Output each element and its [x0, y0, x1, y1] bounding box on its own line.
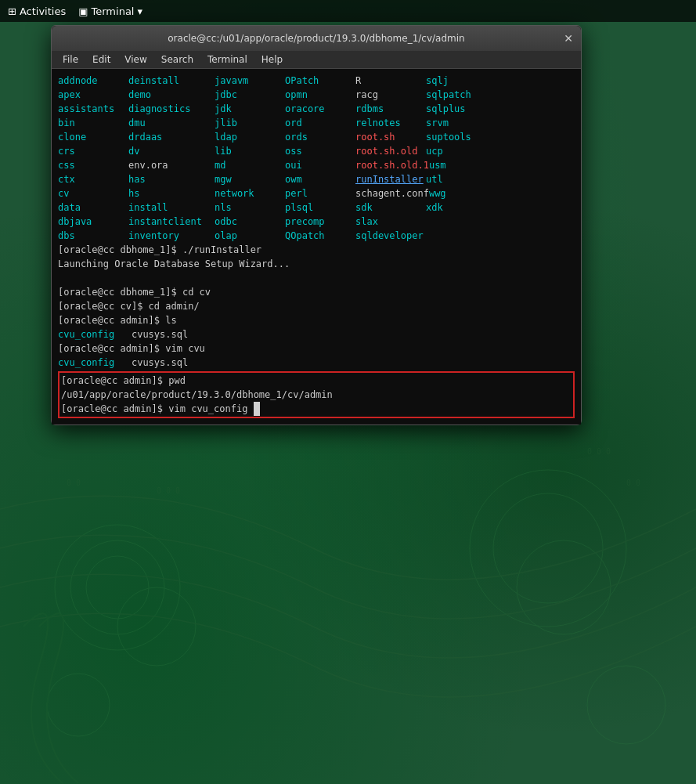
cmd-line-9: [oracle@cc admin]$ pwd: [61, 374, 572, 388]
dir-entry: clone: [58, 130, 128, 144]
dir-entry: install: [128, 201, 215, 215]
dir-entry: perl: [285, 186, 355, 201]
menu-terminal[interactable]: Terminal: [201, 52, 254, 67]
dir-row-11: dbjava instantclient odbc precomp slax: [58, 215, 575, 229]
dir-row-9: cv hs network perl schagent.conf wwg: [58, 186, 575, 201]
dir-row-7: css env.ora md oui root.sh.old.1 usm: [58, 158, 575, 172]
terminal-menu-label[interactable]: Terminal: [92, 5, 135, 17]
dir-entry: racg: [355, 88, 426, 102]
terminal-icon: ▣: [78, 5, 88, 17]
svg-point-8: [587, 666, 665, 744]
cmd-text: /u01/app/oracle/product/19.3.0/dbhome_1/…: [61, 388, 333, 402]
svg-text:0 0 0: 0 0 0: [587, 447, 611, 456]
dir-entry: jlib: [215, 116, 285, 130]
menu-help[interactable]: Help: [255, 52, 289, 67]
cmd-line-1: [oracle@cc dbhome_1]$ ./runInstaller: [58, 243, 575, 257]
cmd-text: [oracle@cc dbhome_1]$ cd cv: [58, 285, 211, 299]
dir-entry: sdk: [355, 201, 426, 215]
cmd-text: [oracle@cc admin]$ vim cvu_config: [61, 402, 254, 416]
svg-point-1: [70, 540, 164, 634]
activities-button[interactable]: ⊞ Activities: [8, 5, 66, 17]
topbar-left: ⊞ Activities ▣ Terminal ▾: [8, 5, 142, 17]
terminal-menu-button[interactable]: ▣ Terminal ▾: [78, 5, 142, 17]
svg-point-7: [47, 674, 110, 736]
menu-search[interactable]: Search: [155, 52, 200, 67]
dir-entry: dmu: [128, 116, 215, 130]
dir-entry: root.sh.old: [355, 144, 426, 158]
dir-entry: hs: [128, 186, 215, 201]
terminal-menubar: File Edit View Search Terminal Help: [52, 51, 581, 69]
menu-view[interactable]: View: [118, 52, 153, 67]
dir-row-5: clone drdaas ldap ords root.sh suptools: [58, 130, 575, 144]
terminal-body[interactable]: addnode deinstall javavm OPatch R sqlj a…: [52, 69, 581, 425]
dir-entry: R: [355, 74, 426, 88]
dir-entry: odbc: [215, 215, 285, 229]
dir-entry: ucp: [426, 144, 443, 158]
dir-row-6: crs dv lib oss root.sh.old ucp: [58, 144, 575, 158]
terminal-window: oracle@cc:/u01/app/oracle/product/19.3.0…: [51, 25, 582, 425]
dir-row-1: addnode deinstall javavm OPatch R sqlj: [58, 74, 575, 88]
cmd-text: [oracle@cc admin]$ vim cvu: [58, 341, 205, 356]
dir-entry: ords: [285, 130, 355, 144]
dir-entry: olap: [215, 229, 285, 243]
cmd-line-6: cvu_config cvusys.sql: [58, 327, 575, 341]
dir-entry: oui: [285, 158, 355, 172]
dir-entry: crs: [58, 144, 128, 158]
activities-icon: ⊞: [8, 5, 16, 17]
dir-entry: OPatch: [285, 74, 355, 88]
terminal-close-button[interactable]: ✕: [564, 32, 573, 45]
dir-entry: dbs: [58, 229, 128, 243]
dir-entry: assistants: [58, 102, 128, 116]
dir-entry: precomp: [285, 215, 355, 229]
dir-entry: utl: [426, 172, 443, 186]
dir-entry: env.ora: [128, 158, 215, 172]
dir-entry: data: [58, 201, 128, 215]
svg-point-6: [517, 540, 611, 634]
cmd-text: [oracle@cc cv]$ cd admin/: [58, 299, 200, 313]
dir-entry: QOpatch: [285, 229, 355, 243]
cmd-text: [oracle@cc dbhome_1]$ ./runInstaller: [58, 243, 261, 257]
dir-entry: cvu_config: [58, 356, 114, 370]
dir-row-12: dbs inventory olap QOpatch sqldeveloper: [58, 229, 575, 243]
dir-entry: jdk: [215, 102, 285, 116]
cursor: [254, 402, 260, 416]
svg-point-2: [86, 556, 149, 619]
dir-row-4: bin dmu jlib ord relnotes srvm: [58, 116, 575, 130]
dir-entry: sqldeveloper: [355, 229, 426, 243]
cmd-text: [114, 327, 132, 341]
dir-entry: owm: [285, 172, 355, 186]
dir-entry: drdaas: [128, 130, 215, 144]
dir-entry: css: [58, 158, 128, 172]
dir-entry: cv: [58, 186, 128, 201]
dir-entry: oss: [285, 144, 355, 158]
dir-entry: mgw: [215, 172, 285, 186]
dir-entry: apex: [58, 88, 128, 102]
dir-entry: dbjava: [58, 215, 128, 229]
cmd-line-4: [oracle@cc cv]$ cd admin/: [58, 299, 575, 313]
chevron-down-icon: ▾: [137, 5, 142, 17]
svg-text:0 0: 0 0: [67, 479, 81, 487]
dir-entry: network: [215, 186, 285, 201]
cmd-line-2: Launching Oracle Database Setup Wizard..…: [58, 257, 575, 271]
svg-text:0 0: 0 0: [626, 479, 640, 487]
cmd-line-7: [oracle@cc admin]$ vim cvu: [58, 341, 575, 356]
dir-entry: cvu_config: [58, 327, 114, 341]
activities-label[interactable]: Activities: [20, 5, 66, 17]
cmd-line-10: /u01/app/oracle/product/19.3.0/dbhome_1/…: [61, 388, 572, 402]
dir-entry: wwg: [429, 186, 446, 201]
dir-entry: deinstall: [128, 74, 215, 88]
dir-entry: runInstaller: [355, 172, 426, 186]
dir-entry: ldap: [215, 130, 285, 144]
dir-entry: opmn: [285, 88, 355, 102]
menu-file[interactable]: File: [56, 52, 85, 67]
dir-entry: oracore: [285, 102, 355, 116]
cmd-text: [114, 356, 132, 370]
menu-edit[interactable]: Edit: [86, 52, 117, 67]
dir-entry: relnotes: [355, 116, 426, 130]
dir-entry: root.sh.old.1: [355, 158, 429, 172]
dir-entry: nls: [215, 201, 285, 215]
dir-entry: dv: [128, 144, 215, 158]
topbar: ⊞ Activities ▣ Terminal ▾: [0, 0, 696, 22]
dir-entry: rdbms: [355, 102, 426, 116]
dir-entry: schagent.conf: [355, 186, 429, 201]
